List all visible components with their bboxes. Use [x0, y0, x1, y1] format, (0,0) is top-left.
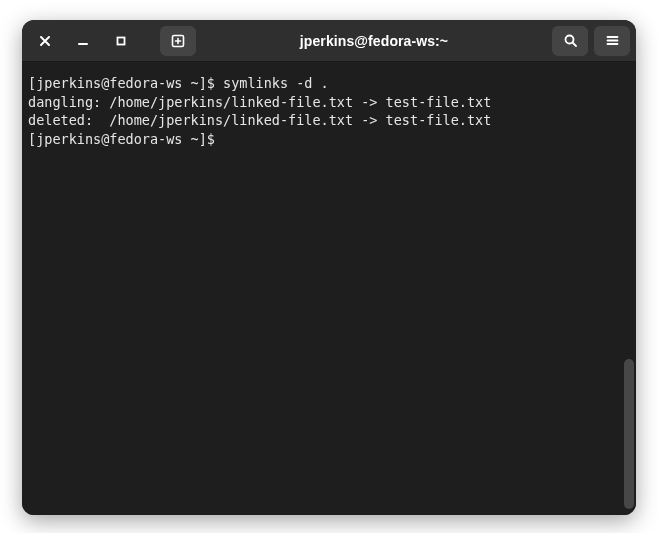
terminal-line: dangling: /home/jperkins/linked-file.txt… — [28, 94, 491, 110]
new-tab-icon — [170, 33, 186, 49]
titlebar-right — [552, 26, 630, 56]
search-icon — [563, 33, 578, 48]
maximize-button[interactable] — [104, 26, 138, 56]
terminal-content[interactable]: [jperkins@fedora-ws ~]$ symlinks -d . da… — [22, 62, 636, 515]
minimize-button[interactable] — [66, 26, 100, 56]
output-text: dangling: /home/jperkins/linked-file.txt… — [28, 94, 491, 110]
maximize-icon — [115, 35, 127, 47]
new-tab-button[interactable] — [160, 26, 196, 56]
svg-rect-0 — [118, 37, 125, 44]
hamburger-icon — [605, 33, 620, 48]
terminal-window: jperkins@fedora-ws:~ [jperkins@fedor — [22, 20, 636, 515]
terminal-line: deleted: /home/jperkins/linked-file.txt … — [28, 112, 491, 128]
terminal-line: [jperkins@fedora-ws ~]$ symlinks -d . — [28, 75, 329, 91]
terminal-line: [jperkins@fedora-ws ~]$ — [28, 131, 223, 147]
scrollbar[interactable] — [624, 359, 634, 509]
titlebar: jperkins@fedora-ws:~ — [22, 20, 636, 62]
prompt: [jperkins@fedora-ws ~]$ — [28, 75, 223, 91]
close-button[interactable] — [28, 26, 62, 56]
prompt: [jperkins@fedora-ws ~]$ — [28, 131, 223, 147]
output-text: deleted: /home/jperkins/linked-file.txt … — [28, 112, 491, 128]
command-text: symlinks -d . — [223, 75, 329, 91]
close-icon — [39, 35, 51, 47]
minimize-icon — [77, 35, 89, 47]
svg-point-2 — [565, 36, 573, 44]
search-button[interactable] — [552, 26, 588, 56]
menu-button[interactable] — [594, 26, 630, 56]
window-title: jperkins@fedora-ws:~ — [200, 33, 548, 49]
